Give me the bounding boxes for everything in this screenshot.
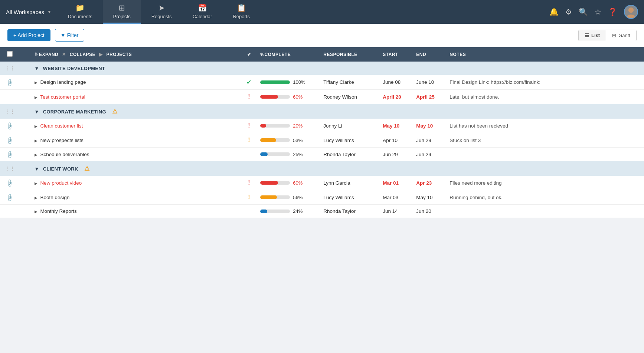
expand-task-icon[interactable]: ▶ xyxy=(35,80,37,85)
nav-items: 📁 Documents ⊞ Projects ➤ Requests 📅 Cale… xyxy=(58,0,260,24)
task-name[interactable]: Design landing page xyxy=(40,79,86,85)
user-avatar[interactable] xyxy=(624,5,638,19)
list-view-button[interactable]: ☰ List xyxy=(579,30,606,41)
complete-icon-cell: ! xyxy=(242,176,256,190)
task-cell: ▶ New product video xyxy=(30,176,242,190)
expand-task-icon[interactable]: ▶ xyxy=(35,153,37,157)
notification-icon[interactable]: 🔔 xyxy=(549,7,559,16)
notes-cell: Final Design Link: https://biz.com/final… xyxy=(445,75,644,90)
projects-icon: ⊞ xyxy=(119,3,125,12)
end-cell: Jun 20 xyxy=(412,205,445,218)
notes-cell: Running behind, but ok. xyxy=(445,190,644,205)
end-cell: Apr 23 xyxy=(412,176,445,190)
expand-task-icon[interactable]: ▶ xyxy=(35,196,37,200)
requests-icon: ➤ xyxy=(158,3,165,12)
collapse-label[interactable]: Collapse xyxy=(70,52,95,57)
drag-handle-icon[interactable]: ⋮⋮ xyxy=(4,109,15,115)
start-header[interactable]: Start xyxy=(378,47,412,62)
pct-complete-header[interactable]: %Complete xyxy=(256,47,319,62)
table-row: ▶ Monthly Reports 24% Rhonda Taylor Jun … xyxy=(0,205,644,218)
expand-task-icon[interactable]: ▶ xyxy=(35,181,37,185)
start-date: Mar 03 xyxy=(383,195,398,200)
drag-handle-icon[interactable]: ⋮⋮ xyxy=(4,65,15,71)
start-cell: Jun 14 xyxy=(378,205,412,218)
task-name[interactable]: Monthly Reports xyxy=(40,208,76,214)
attachment-icon: 📎 xyxy=(6,136,14,144)
notes-cell xyxy=(445,205,644,218)
responsible-name: Jonny Li xyxy=(323,123,342,129)
nav-item-requests[interactable]: ➤ Requests xyxy=(141,0,182,24)
help-icon[interactable]: ❓ xyxy=(608,7,617,16)
search-icon[interactable]: 🔍 xyxy=(579,7,588,16)
nav-calendar-label: Calendar xyxy=(193,14,212,19)
top-navigation: All Workspaces ▼ 📁 Documents ⊞ Projects … xyxy=(0,0,644,24)
toolbar: + Add Project ▼ Filter ☰ List ⊟ Gantt xyxy=(0,24,644,47)
attachment-cell xyxy=(0,205,20,218)
responsible-cell: Jonny Li xyxy=(319,119,378,133)
end-date: May 10 xyxy=(416,195,432,200)
responsible-name: Lynn Garcia xyxy=(323,180,350,186)
progress-bar xyxy=(260,195,290,199)
attachment-cell: 📎 xyxy=(0,133,20,148)
select-all-header[interactable] xyxy=(0,47,20,62)
expand-task-icon[interactable]: ▶ xyxy=(35,124,37,128)
add-project-button[interactable]: + Add Project xyxy=(7,29,50,41)
progress-fill xyxy=(260,80,290,84)
responsible-header[interactable]: Responsible xyxy=(319,47,378,62)
star-icon[interactable]: ☆ xyxy=(595,7,601,16)
end-date: Apr 23 xyxy=(416,180,432,186)
expand-task-icon[interactable]: ▶ xyxy=(35,210,37,214)
filter-button[interactable]: ▼ Filter xyxy=(55,29,84,42)
complete-icon-cell: ! xyxy=(242,190,256,205)
nav-item-reports[interactable]: 📋 Reports xyxy=(222,0,260,24)
table-row: ▶ Test customer portal ! 60% Rodney Wils… xyxy=(0,90,644,104)
pct-cell: 53% xyxy=(256,133,319,148)
pct-cell: 60% xyxy=(256,90,319,104)
table-row: 📎 ▶ New prospects lists ! 53% Lucy Willi… xyxy=(0,133,644,148)
group-name-cell: ▼ CLIENT WORK ⚠ xyxy=(30,161,242,176)
task-name[interactable]: New prospects lists xyxy=(40,138,83,143)
task-name[interactable]: New product video xyxy=(40,180,82,186)
projects-table-wrap: ⇅ Expand ✕ Collapse ▶ Projects ✔ %Comple… xyxy=(0,47,644,218)
progress-fill xyxy=(260,138,276,142)
responsible-cell: Tiffany Clarke xyxy=(319,75,378,90)
gantt-label: Gantt xyxy=(618,33,630,38)
start-date: Apr 10 xyxy=(383,138,398,143)
notes-cell: List has not been recieved xyxy=(445,119,644,133)
progress-fill xyxy=(260,181,278,185)
workspace-selector[interactable]: All Workspaces ▼ xyxy=(6,9,58,15)
task-name[interactable]: Schedule deliverables xyxy=(40,152,89,157)
attachment-cell: 📎 xyxy=(0,190,20,205)
pct-cell: 60% xyxy=(256,176,319,190)
start-cell: Mar 03 xyxy=(378,190,412,205)
collapse-group-icon[interactable]: ▼ xyxy=(35,166,39,172)
start-cell: April 20 xyxy=(378,90,412,104)
collapse-group-icon[interactable]: ▼ xyxy=(35,66,39,71)
warning-icon: ⚠ xyxy=(112,108,117,115)
complete-icon-cell: ! xyxy=(242,90,256,104)
end-cell: May 10 xyxy=(412,119,445,133)
task-name[interactable]: Booth design xyxy=(40,195,69,200)
expand-task-icon[interactable]: ▶ xyxy=(35,95,37,99)
task-name[interactable]: Test customer portal xyxy=(40,94,85,100)
select-all-checkbox[interactable] xyxy=(7,51,13,57)
expand-task-icon[interactable]: ▶ xyxy=(35,139,37,143)
notes-text: List has not been recieved xyxy=(450,123,508,129)
complete-icon-header: ✔ xyxy=(242,47,256,62)
header-expand-collapse: ⇅ Expand ✕ Collapse ▶ Projects xyxy=(35,52,238,57)
end-cell: Jun 29 xyxy=(412,133,445,148)
end-header[interactable]: End xyxy=(412,47,445,62)
gantt-view-button[interactable]: ⊟ Gantt xyxy=(606,30,636,41)
attachment-icon: 📎 xyxy=(6,150,14,158)
nav-item-projects[interactable]: ⊞ Projects xyxy=(103,0,141,24)
task-name[interactable]: Clean customer list xyxy=(40,123,83,129)
drag-handle-icon[interactable]: ⋮⋮ xyxy=(4,166,15,172)
start-cell: Mar 01 xyxy=(378,176,412,190)
expand-button[interactable]: ⇅ Expand xyxy=(35,52,59,57)
view-toggles: ☰ List ⊟ Gantt xyxy=(578,30,637,41)
nav-item-calendar[interactable]: 📅 Calendar xyxy=(182,0,223,24)
collapse-group-icon[interactable]: ▼ xyxy=(35,109,39,115)
nav-item-documents[interactable]: 📁 Documents xyxy=(58,0,103,24)
settings-icon[interactable]: ⚙ xyxy=(565,7,572,16)
attachment-cell: 📎 xyxy=(0,176,20,190)
